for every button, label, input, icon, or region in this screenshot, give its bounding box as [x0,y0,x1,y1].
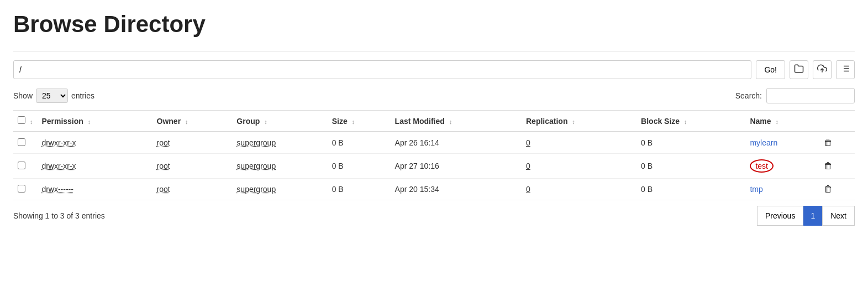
th-name-sort[interactable]: ↕ [775,118,778,125]
th-group-label: Group [236,117,260,126]
folder-icon [794,64,804,76]
entries-label: entries [71,91,94,100]
row3-block-size: 0 B [636,179,745,200]
page-title: Browse Directory [13,11,855,38]
table-header-row: ↕ Permission ↕ Owner ↕ Group ↕ Size ↕ La… [13,111,855,132]
folder-icon-button[interactable] [790,60,808,79]
directory-table: ↕ Permission ↕ Owner ↕ Group ↕ Size ↕ La… [13,110,855,200]
row1-delete-cell: 🗑 [819,132,855,154]
showing-text: Showing 1 to 3 of 3 entries [13,211,105,220]
row1-replication-link[interactable]: 0 [526,138,530,147]
row1-group: supergroup [232,132,327,154]
th-group-sort[interactable]: ↕ [264,118,267,125]
th-owner-sort[interactable]: ↕ [185,118,188,125]
row1-owner: root [152,132,233,154]
th-permission-label: Permission [41,117,83,126]
row2-permission-link[interactable]: drwxr-xr-x [41,162,76,170]
path-bar: Go! [13,51,855,79]
th-replication: Replication ↕ [522,111,636,132]
row2-replication: 0 [522,154,636,179]
footer-row: Showing 1 to 3 of 3 entries Previous 1 N… [13,206,855,226]
upload-icon-button[interactable] [813,60,832,79]
row3-permission: drwx------ [37,179,152,200]
row2-delete-button[interactable]: 🗑 [824,161,833,171]
upload-icon [817,64,827,76]
row1-checkbox-cell [13,132,37,154]
row1-size: 0 B [328,132,391,154]
path-input[interactable] [13,60,751,79]
row2-group: supergroup [232,154,327,179]
th-actions [819,111,855,132]
row3-owner: root [152,179,233,200]
list-icon [840,64,850,76]
th-checkbox: ↕ [13,111,37,132]
th-permission: Permission ↕ [37,111,152,132]
go-button[interactable]: Go! [756,60,785,79]
row3-replication-link[interactable]: 0 [526,185,530,194]
row2-replication-link[interactable]: 0 [526,162,530,170]
row2-group-link[interactable]: supergroup [236,162,276,170]
row3-delete-cell: 🗑 [819,179,855,200]
th-checkbox-sort: ↕ [30,118,33,125]
th-permission-sort[interactable]: ↕ [88,118,91,125]
th-last-modified-label: Last Modified [395,117,445,126]
row3-delete-button[interactable]: 🗑 [824,184,833,194]
row3-owner-link[interactable]: root [157,185,170,194]
th-owner: Owner ↕ [152,111,233,132]
row1-name: mylearn [745,132,819,154]
table-row: drwx------ root supergroup 0 B Apr 20 15… [13,179,855,200]
th-group: Group ↕ [232,111,327,132]
row3-group-link[interactable]: supergroup [236,185,276,194]
row3-last-modified: Apr 20 15:34 [391,179,522,200]
controls-row: Show 10 25 50 100 entries Search: [13,88,855,103]
th-block-size-sort[interactable]: ↕ [684,118,687,125]
select-all-checkbox[interactable] [18,116,25,124]
row2-last-modified: Apr 27 10:16 [391,154,522,179]
th-last-modified-sort[interactable]: ↕ [449,118,453,125]
th-size-label: Size [332,117,348,126]
row1-permission-link[interactable]: drwxr-xr-x [41,138,76,147]
row2-checkbox[interactable] [18,162,25,169]
row2-delete-cell: 🗑 [819,154,855,179]
th-name: Name ↕ [745,111,819,132]
row3-replication: 0 [522,179,636,200]
row1-owner-link[interactable]: root [157,138,170,147]
row2-block-size: 0 B [636,154,745,179]
row1-delete-button[interactable]: 🗑 [824,138,833,148]
th-block-size-label: Block Size [641,117,680,126]
search-input[interactable] [766,88,855,103]
search-box: Search: [735,88,855,103]
table-row: drwxr-xr-x root supergroup 0 B Apr 27 10… [13,154,855,179]
row1-replication: 0 [522,132,636,154]
table-row: drwxr-xr-x root supergroup 0 B Apr 26 16… [13,132,855,154]
row3-size: 0 B [328,179,391,200]
th-owner-label: Owner [157,117,181,126]
row2-name-link[interactable]: test [750,159,774,173]
row2-permission: drwxr-xr-x [37,154,152,179]
th-block-size: Block Size ↕ [636,111,745,132]
next-button[interactable]: Next [822,206,855,226]
row2-owner: root [152,154,233,179]
row1-group-link[interactable]: supergroup [236,138,276,147]
row2-owner-link[interactable]: root [157,162,170,170]
list-icon-button[interactable] [836,60,855,79]
row3-checkbox-cell [13,179,37,200]
row1-last-modified: Apr 26 16:14 [391,132,522,154]
pagination: Previous 1 Next [757,206,855,226]
row3-permission-link[interactable]: drwx------ [41,185,73,194]
th-size-sort[interactable]: ↕ [352,118,355,125]
row1-block-size: 0 B [636,132,745,154]
row1-checkbox[interactable] [18,138,25,146]
row3-checkbox[interactable] [18,185,25,193]
previous-button[interactable]: Previous [757,206,803,226]
th-last-modified: Last Modified ↕ [391,111,522,132]
row2-checkbox-cell [13,154,37,179]
row3-name-link[interactable]: tmp [750,185,762,194]
th-replication-sort[interactable]: ↕ [572,118,575,125]
row3-name: tmp [745,179,819,200]
row3-group: supergroup [232,179,327,200]
th-replication-label: Replication [526,117,567,126]
entries-select[interactable]: 10 25 50 100 [36,89,68,103]
th-size: Size ↕ [328,111,391,132]
row1-name-link[interactable]: mylearn [750,138,777,147]
